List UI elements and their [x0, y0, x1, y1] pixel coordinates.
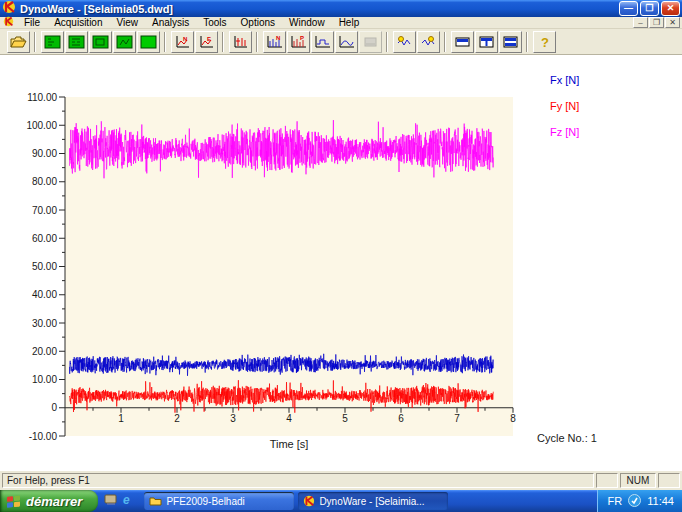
svg-text:3: 3 [230, 413, 236, 424]
status-message: For Help, press F1 [2, 473, 594, 488]
taskbar-item-label: DynoWare - [Selaimia... [319, 496, 424, 507]
svg-text:70.00: 70.00 [32, 205, 57, 216]
svg-text:6: 6 [398, 413, 404, 424]
dynoware-icon [2, 0, 16, 18]
child-restore-button[interactable]: ❐ [649, 17, 664, 28]
windows-flag-icon [6, 494, 22, 508]
svg-text:N: N [183, 36, 187, 42]
svg-text:-10.00: -10.00 [29, 431, 58, 442]
force-time-chart: 110.00100.0090.0080.0070.0060.0050.0040.… [0, 55, 682, 470]
svg-text:2: 2 [174, 413, 180, 424]
svg-text:E: E [207, 36, 211, 42]
start-button[interactable]: démarrer [0, 490, 98, 512]
svg-text:60.00: 60.00 [32, 233, 57, 244]
chart-cursor-icon[interactable] [229, 31, 252, 53]
x-axis-title: Time [s] [270, 438, 309, 450]
menu-bar: File Acquisition View Analysis Tools Opt… [0, 17, 682, 29]
svg-text:7: 7 [454, 413, 460, 424]
quick-launch: e [98, 492, 142, 510]
language-indicator[interactable]: FR [608, 495, 623, 507]
svg-text:30.00: 30.00 [32, 318, 57, 329]
svg-text:40.00: 40.00 [32, 289, 57, 300]
legend-fz: Fz [N] [550, 126, 579, 138]
svg-text:20.00: 20.00 [32, 346, 57, 357]
restore-button[interactable]: ❐ [640, 1, 659, 16]
dynoware-icon [303, 495, 315, 507]
minimize-button[interactable]: — [619, 1, 638, 16]
menu-view[interactable]: View [109, 17, 145, 29]
folder-icon [149, 496, 162, 507]
svg-text:1: 1 [118, 413, 124, 424]
cursor-wave-1-icon[interactable] [393, 31, 416, 53]
status-panel-2 [658, 473, 680, 488]
show-desktop-icon[interactable] [104, 492, 118, 510]
toolbar-separator [222, 32, 224, 52]
help-icon[interactable]: ? [533, 31, 556, 53]
layout-split-icon[interactable] [475, 31, 498, 53]
svg-text:80.00: 80.00 [32, 176, 57, 187]
daq-green-4-icon[interactable] [113, 31, 136, 53]
svg-text:100.00: 100.00 [26, 120, 57, 131]
toolbar: N E N P [0, 29, 682, 55]
tray-icon[interactable] [628, 494, 641, 509]
view-disabled-icon [359, 31, 382, 53]
start-label: démarrer [26, 494, 82, 509]
window-title: DynoWare - [Selaimia05.dwd] [20, 3, 173, 15]
menu-help[interactable]: Help [332, 17, 367, 29]
chart-n-icon[interactable]: N [171, 31, 194, 53]
menu-window[interactable]: Window [282, 17, 332, 29]
menu-file[interactable]: File [17, 17, 47, 29]
svg-text:8: 8 [510, 413, 516, 424]
cycle-annotation: Cycle No.: 1 [537, 432, 597, 444]
view-p-icon[interactable]: P [287, 31, 310, 53]
menu-acquisition[interactable]: Acquisition [47, 17, 109, 29]
internet-explorer-icon[interactable]: e [122, 492, 136, 510]
menu-options[interactable]: Options [234, 17, 282, 29]
legend-fx: Fx [N] [550, 74, 579, 86]
svg-text:P: P [300, 35, 304, 41]
open-file-icon[interactable] [7, 31, 30, 53]
cursor-wave-2-icon[interactable] [417, 31, 440, 53]
status-num-indicator: NUM [620, 473, 656, 488]
daq-green-5-icon[interactable] [137, 31, 160, 53]
daq-green-1-icon[interactable] [41, 31, 64, 53]
child-close-button[interactable]: ✕ [665, 17, 680, 28]
view-n-icon[interactable]: N [263, 31, 286, 53]
svg-text:?: ? [541, 35, 549, 49]
menu-tools[interactable]: Tools [196, 17, 233, 29]
view-time-2-icon[interactable] [335, 31, 358, 53]
svg-text:0: 0 [51, 402, 57, 413]
daq-green-3-icon[interactable] [89, 31, 112, 53]
daq-green-2-icon[interactable] [65, 31, 88, 53]
chart-e-icon[interactable]: E [195, 31, 218, 53]
taskbar: démarrer e PFE2009-Belhadi DynoWare - [S… [0, 490, 682, 512]
taskbar-item-folder[interactable]: PFE2009-Belhadi [144, 492, 294, 510]
svg-text:e: e [123, 493, 130, 506]
toolbar-separator [164, 32, 166, 52]
chart-view: 110.00100.0090.0080.0070.0060.0050.0040.… [0, 55, 682, 470]
taskbar-item-label: PFE2009-Belhadi [166, 496, 244, 507]
svg-text:50.00: 50.00 [32, 261, 57, 272]
svg-text:90.00: 90.00 [32, 148, 57, 159]
system-tray: FR 11:44 [597, 490, 682, 512]
toolbar-separator [386, 32, 388, 52]
menu-analysis[interactable]: Analysis [145, 17, 196, 29]
close-button[interactable]: ✕ [661, 1, 680, 16]
svg-text:5: 5 [342, 413, 348, 424]
document-icon[interactable] [3, 16, 14, 29]
toolbar-separator [526, 32, 528, 52]
clock[interactable]: 11:44 [647, 495, 674, 507]
view-time-1-icon[interactable] [311, 31, 334, 53]
child-minimize-button[interactable]: – [633, 17, 648, 28]
svg-text:4: 4 [286, 413, 292, 424]
layout-stacked-icon[interactable] [499, 31, 522, 53]
title-bar: DynoWare - [Selaimia05.dwd] — ❐ ✕ [0, 0, 682, 17]
taskbar-item-dynoware[interactable]: DynoWare - [Selaimia... [298, 492, 448, 510]
status-panel-1 [596, 473, 618, 488]
toolbar-separator [256, 32, 258, 52]
legend-fy: Fy [N] [550, 100, 579, 112]
svg-text:110.00: 110.00 [27, 92, 57, 103]
layout-horizontal-icon[interactable] [451, 31, 474, 53]
desktop: DynoWare - [Selaimia05.dwd] — ❐ ✕ File A… [0, 0, 682, 512]
svg-text:10.00: 10.00 [32, 374, 57, 385]
